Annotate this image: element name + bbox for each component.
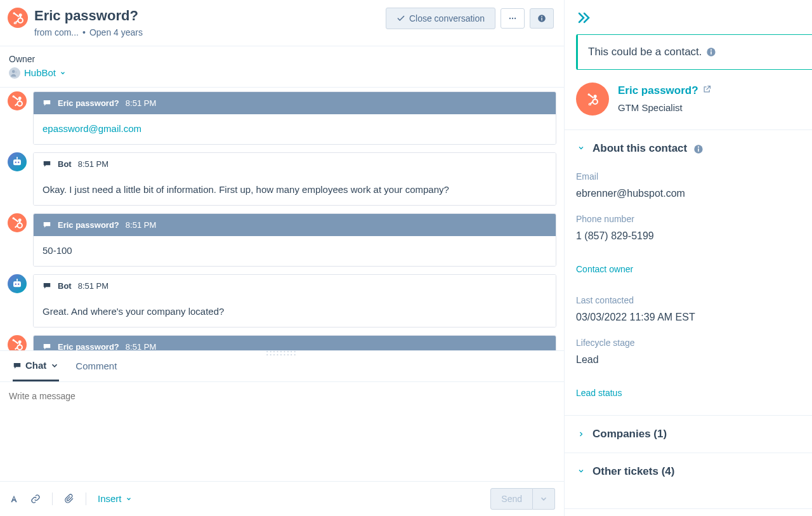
send-options-button[interactable] xyxy=(533,488,555,510)
svg-point-52 xyxy=(589,103,591,105)
message-bubble[interactable]: Bot 8:51 PM Okay. I just need a little b… xyxy=(33,152,556,206)
svg-point-27 xyxy=(17,223,22,228)
message-row: Eric password? 8:51 PM epassword@gmail.c… xyxy=(8,91,556,145)
message-body: 50-100 xyxy=(34,236,556,266)
svg-line-28 xyxy=(14,218,18,222)
owner-label: Owner xyxy=(9,53,555,66)
svg-rect-55 xyxy=(698,149,699,152)
conversation-thread[interactable]: Eric password? 8:51 PM epassword@gmail.c… xyxy=(0,88,564,350)
owner-bar: Owner HubBot xyxy=(0,46,564,88)
message-time: 8:51 PM xyxy=(126,341,156,350)
chevron-down-icon xyxy=(576,466,586,476)
phone-value[interactable]: 1 (857) 829-5199 xyxy=(576,228,801,244)
message-bubble[interactable]: Eric password? 8:51 PM 50-100 xyxy=(33,213,556,267)
insert-dropdown[interactable]: Insert xyxy=(98,492,132,506)
hubspot-logo-icon xyxy=(8,8,28,28)
double-chevron-right-icon xyxy=(576,10,591,25)
message-meta: Eric password? 8:51 PM xyxy=(34,92,556,115)
email-label: Email xyxy=(576,170,801,183)
chevron-right-icon xyxy=(576,429,586,439)
close-conversation-button[interactable]: Close conversation xyxy=(386,8,495,29)
svg-point-16 xyxy=(17,101,22,106)
svg-point-8 xyxy=(512,18,513,19)
message-sender: Eric password? xyxy=(58,97,119,110)
chevron-down-icon xyxy=(126,496,132,502)
contact-hint-banner: This could be a contact. xyxy=(576,34,812,70)
contact-name-link[interactable]: Eric password? xyxy=(618,83,712,99)
message-bubble[interactable]: Eric password? 8:51 PM Denver Colorado xyxy=(33,335,556,350)
message-body: epassword@gmail.com xyxy=(34,114,556,144)
svg-point-34 xyxy=(18,283,19,284)
owner-dropdown[interactable]: HubBot xyxy=(9,66,555,81)
svg-point-14 xyxy=(15,71,17,74)
chevron-down-icon xyxy=(60,70,66,76)
email-value[interactable]: ebrenner@hubspot.com xyxy=(576,186,801,201)
info-icon[interactable] xyxy=(706,47,716,57)
attachment-button[interactable] xyxy=(64,494,74,504)
message-time: 8:51 PM xyxy=(78,280,108,293)
message-time: 8:51 PM xyxy=(126,219,156,232)
svg-point-9 xyxy=(514,18,516,19)
tab-chat[interactable]: Chat xyxy=(13,351,59,382)
svg-rect-45 xyxy=(710,51,712,54)
svg-line-20 xyxy=(15,103,18,105)
section-toggle-about[interactable]: About this contact xyxy=(565,130,812,167)
send-button[interactable]: Send xyxy=(490,488,533,510)
svg-line-39 xyxy=(14,340,18,343)
svg-rect-32 xyxy=(13,281,21,287)
message-row: Eric password? 8:51 PM Denver Colorado xyxy=(8,335,556,350)
svg-point-49 xyxy=(588,93,590,95)
chat-bubble-icon xyxy=(43,281,51,290)
tab-comment[interactable]: Comment xyxy=(75,351,117,382)
chat-bubble-icon xyxy=(43,159,51,168)
svg-point-13 xyxy=(12,70,15,74)
more-actions-button[interactable] xyxy=(501,8,525,29)
message-meta: Bot 8:51 PM xyxy=(34,153,556,176)
svg-point-38 xyxy=(17,345,22,350)
svg-point-25 xyxy=(16,157,18,158)
link-button[interactable] xyxy=(30,494,41,504)
check-icon xyxy=(396,14,405,23)
chat-bubble-icon xyxy=(43,220,51,229)
message-bubble[interactable]: Eric password? 8:51 PM epassword@gmail.c… xyxy=(33,91,556,145)
external-link-icon xyxy=(702,83,712,99)
svg-point-3 xyxy=(13,12,15,14)
chat-bubble-icon xyxy=(43,98,51,107)
svg-line-31 xyxy=(15,225,18,227)
lead-status-label[interactable]: Lead status xyxy=(576,387,801,400)
svg-line-42 xyxy=(15,347,18,349)
message-meta: Bot 8:51 PM xyxy=(34,275,556,298)
lifecycle-label: Lifecycle stage xyxy=(576,336,801,350)
message-row: Eric password? 8:51 PM 50-100 xyxy=(8,213,556,267)
conversation-title: Eric password? xyxy=(34,5,143,26)
chevron-down-icon xyxy=(576,143,586,153)
message-time: 8:51 PM xyxy=(126,97,156,110)
contact-owner-label[interactable]: Contact owner xyxy=(576,263,801,276)
info-icon[interactable] xyxy=(693,143,704,153)
composer: •••••••••••••••••• Chat Comment xyxy=(0,350,564,517)
message-input[interactable] xyxy=(0,382,564,477)
last-contacted-label: Last contacted xyxy=(576,294,801,307)
last-contacted-value: 03/03/2022 11:39 AM EST xyxy=(576,310,801,325)
svg-point-7 xyxy=(509,18,511,19)
user-avatar-icon xyxy=(8,335,27,350)
message-body: Great. And where's your company located? xyxy=(34,297,556,327)
svg-point-22 xyxy=(15,161,16,162)
svg-line-17 xyxy=(14,96,18,100)
format-text-button[interactable] xyxy=(9,494,19,504)
lifecycle-value[interactable]: Lead xyxy=(576,352,801,367)
svg-point-40 xyxy=(13,339,15,341)
message-row: Bot 8:51 PM Okay. I just need a little b… xyxy=(8,152,556,206)
svg-line-2 xyxy=(15,13,19,17)
info-button[interactable] xyxy=(530,8,554,29)
section-toggle-tickets[interactable]: Other tickets (4) xyxy=(565,453,812,490)
svg-point-33 xyxy=(15,283,16,284)
message-meta: Eric password? 8:51 PM xyxy=(34,214,556,237)
svg-rect-21 xyxy=(13,159,21,165)
svg-point-54 xyxy=(698,147,699,148)
message-bubble[interactable]: Bot 8:51 PM Great. And where's your comp… xyxy=(33,274,556,327)
collapse-sidebar-button[interactable] xyxy=(565,0,812,34)
section-toggle-companies[interactable]: Companies (1) xyxy=(565,416,812,453)
contact-sidebar: This could be a contact. Eric password? … xyxy=(565,0,812,516)
drag-handle-icon[interactable]: •••••••••••••••••• xyxy=(266,350,298,356)
